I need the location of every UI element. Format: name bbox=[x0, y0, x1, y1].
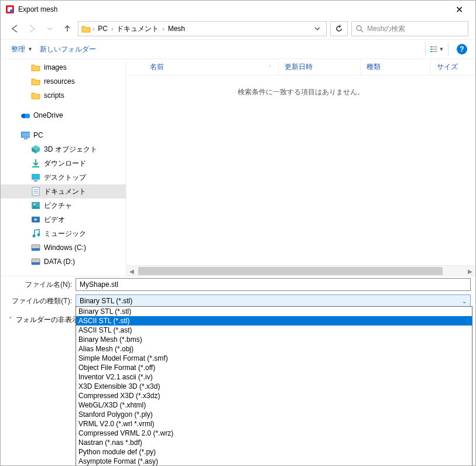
tree-node[interactable]: PC bbox=[1, 128, 126, 142]
svg-point-27 bbox=[34, 204, 36, 205]
filetype-option[interactable]: Binary STL (*.stl) bbox=[76, 307, 472, 316]
breadcrumb-documents[interactable]: ドキュメント bbox=[114, 24, 161, 34]
folder-icon bbox=[31, 77, 40, 86]
filetype-combo[interactable]: Binary STL (*.stl) ⌄ bbox=[76, 294, 471, 307]
filetype-option[interactable]: Inventor V2.1 ascii (*.iv) bbox=[76, 372, 472, 382]
filetype-dropdown[interactable]: Binary STL (*.stl)ASCII STL (*.stl)ASCII… bbox=[76, 306, 472, 466]
tree-node-label: scripts bbox=[44, 91, 64, 100]
filetype-option[interactable]: Object File Format (*.off) bbox=[76, 363, 472, 372]
svg-rect-36 bbox=[32, 262, 40, 265]
filetype-option[interactable]: ASCII STL (*.ast) bbox=[76, 325, 472, 335]
tree-node[interactable]: ドキュメント bbox=[1, 184, 126, 198]
svg-rect-10 bbox=[433, 51, 437, 52]
scroll-right-icon[interactable]: ▶ bbox=[465, 266, 475, 276]
music-icon bbox=[31, 229, 40, 238]
tree-node[interactable]: resources bbox=[1, 74, 126, 88]
tree-node-label: PC bbox=[33, 131, 43, 139]
pc-icon bbox=[20, 131, 30, 140]
folder-icon bbox=[31, 91, 40, 100]
filetype-option[interactable]: Asymptote Format (*.asy) bbox=[76, 457, 472, 466]
close-icon[interactable]: ✕ bbox=[447, 4, 471, 15]
filetype-option[interactable]: X3D Extensible 3D (*.x3d) bbox=[76, 382, 472, 391]
svg-line-4 bbox=[361, 30, 363, 32]
filetype-option[interactable]: Simple Model Format (*.smf) bbox=[76, 354, 472, 363]
address-dropdown-icon[interactable] bbox=[311, 26, 324, 32]
tree-node-label: OneDrive bbox=[33, 111, 63, 119]
scroll-left-icon[interactable]: ◀ bbox=[126, 266, 137, 276]
chevron-right-icon[interactable]: › bbox=[162, 26, 164, 32]
tree-node[interactable]: Windows (C:) bbox=[1, 241, 126, 255]
svg-rect-9 bbox=[430, 51, 433, 52]
filetype-option[interactable]: Alias Mesh (*.obj) bbox=[76, 344, 472, 354]
tree-node[interactable]: 3D オブジェクト bbox=[1, 142, 126, 156]
tree-node-label: images bbox=[44, 63, 67, 71]
column-name[interactable]: 名前⌃ bbox=[126, 59, 279, 75]
scroll-thumb[interactable] bbox=[138, 267, 443, 275]
tree-node[interactable]: ミュージック bbox=[1, 227, 126, 241]
forward-button[interactable] bbox=[25, 22, 39, 36]
search-box[interactable] bbox=[351, 21, 468, 36]
chevron-right-icon[interactable]: › bbox=[111, 26, 113, 32]
organize-button[interactable]: 整理▼ bbox=[9, 43, 35, 56]
filetype-option[interactable]: ASCII STL (*.stl) bbox=[76, 316, 472, 325]
tree-node[interactable]: OneDrive bbox=[1, 108, 126, 122]
breadcrumb-mesh[interactable]: Mesh bbox=[166, 25, 187, 33]
svg-rect-5 bbox=[430, 46, 433, 47]
toolbar: 整理▼ 新しいフォルダー ▼ ? bbox=[1, 39, 475, 59]
view-options-button[interactable]: ▼ bbox=[425, 43, 448, 56]
tree-node[interactable]: images bbox=[1, 60, 126, 74]
filename-input[interactable] bbox=[76, 278, 471, 291]
svg-point-2 bbox=[10, 9, 13, 13]
up-button[interactable] bbox=[60, 22, 74, 36]
svg-rect-19 bbox=[32, 166, 39, 167]
tree-node[interactable]: ピクチャ bbox=[1, 198, 126, 213]
tree-node-label: DATA (D:) bbox=[44, 258, 75, 266]
chevron-down-icon: ⌄ bbox=[462, 298, 467, 304]
filetype-option[interactable]: Compressed X3D (*.x3dz) bbox=[76, 391, 472, 400]
body-pane: imagesresourcesscriptsOneDrivePC3D オブジェク… bbox=[1, 59, 475, 276]
filetype-option[interactable]: Python module def (*.py) bbox=[76, 447, 472, 457]
filetype-option[interactable]: Binary Mesh (*.bms) bbox=[76, 335, 472, 344]
tree-node[interactable]: デスクトップ bbox=[1, 170, 126, 184]
save-form: ファイル名(N): ファイルの種類(T): Binary STL (*.stl)… bbox=[1, 276, 475, 309]
filetype-option[interactable]: WebGL/X3D (*.xhtml) bbox=[76, 400, 472, 410]
tree-node[interactable]: ビデオ bbox=[1, 213, 126, 227]
onedrive-icon bbox=[20, 111, 30, 120]
filetype-option[interactable]: Compressed VRML 2.0 (*.wrz) bbox=[76, 429, 472, 438]
search-input[interactable] bbox=[367, 25, 464, 33]
recent-dropdown-icon[interactable] bbox=[43, 22, 57, 36]
svg-rect-20 bbox=[32, 174, 40, 180]
filetype-option[interactable]: VRML V2.0 (*.wrl *.vrml) bbox=[76, 419, 472, 429]
tree-node-label: ミュージック bbox=[44, 229, 86, 239]
tree-node[interactable]: ダウンロード bbox=[1, 156, 126, 170]
filetype-option[interactable]: Nastran (*.nas *.bdf) bbox=[76, 438, 472, 447]
tree-node-label: ピクチャ bbox=[44, 201, 72, 211]
help-icon[interactable]: ? bbox=[457, 44, 467, 54]
window-title: Export mesh bbox=[18, 5, 447, 13]
cube-icon bbox=[31, 145, 40, 154]
folder-tree[interactable]: imagesresourcesscriptsOneDrivePC3D オブジェク… bbox=[1, 59, 126, 276]
tree-node[interactable]: scripts bbox=[1, 88, 126, 102]
hide-folders-label: フォルダーの非表示 bbox=[16, 315, 79, 325]
svg-rect-14 bbox=[22, 132, 30, 137]
column-kind[interactable]: 種類 bbox=[361, 59, 431, 75]
app-icon bbox=[5, 5, 15, 14]
refresh-button[interactable] bbox=[330, 21, 348, 36]
address-bar[interactable]: › PC › ドキュメント › Mesh bbox=[78, 21, 327, 36]
column-date[interactable]: 更新日時 bbox=[279, 59, 361, 75]
svg-rect-8 bbox=[433, 49, 437, 50]
svg-rect-15 bbox=[24, 138, 28, 139]
horizontal-scrollbar[interactable]: ◀ ▶ bbox=[126, 265, 475, 276]
svg-rect-34 bbox=[32, 248, 40, 251]
chevron-right-icon[interactable]: › bbox=[93, 26, 94, 32]
breadcrumb-pc[interactable]: PC bbox=[95, 25, 110, 33]
tree-node[interactable]: DATA (D:) bbox=[1, 255, 126, 269]
back-button[interactable] bbox=[8, 22, 22, 36]
empty-message: 検索条件に一致する項目はありません。 bbox=[126, 76, 475, 265]
column-size[interactable]: サイズ bbox=[431, 59, 475, 75]
pic-icon bbox=[31, 201, 40, 210]
download-icon bbox=[31, 159, 40, 168]
filetype-option[interactable]: Stanford Polygon (*.ply) bbox=[76, 410, 472, 419]
tree-node-label: ドキュメント bbox=[44, 187, 86, 197]
new-folder-button[interactable]: 新しいフォルダー bbox=[37, 43, 98, 56]
